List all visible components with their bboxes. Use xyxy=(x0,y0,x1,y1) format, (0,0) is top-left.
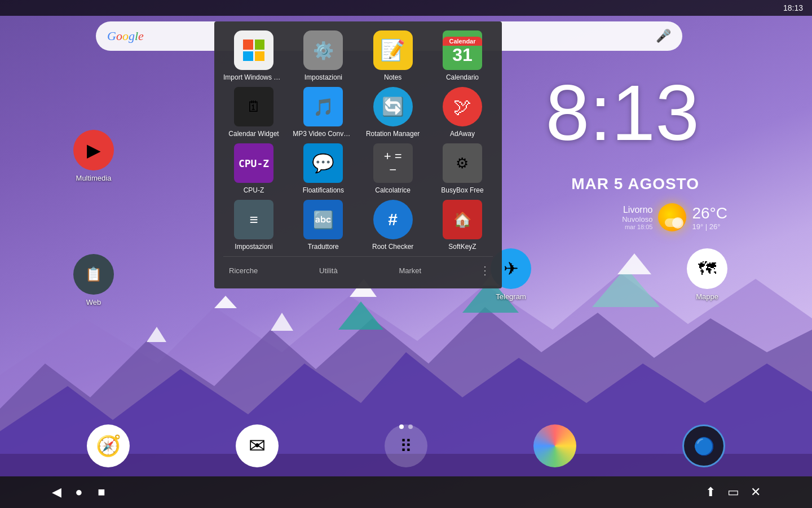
back-button[interactable]: ◀ xyxy=(45,481,68,503)
app-label-notes: Notes xyxy=(363,73,423,81)
share-button[interactable]: ⬆ xyxy=(699,481,722,503)
dock: 🧭 ✉ ⠿ 🔵 xyxy=(0,419,812,476)
apps-icon: ⠿ xyxy=(385,424,427,467)
impostazioni-1-icon: ⚙️ xyxy=(303,30,343,70)
app-traduttore[interactable]: 🔤 Traduttore xyxy=(293,200,354,251)
telegram-label: Telegram xyxy=(496,292,526,301)
footer-utilita[interactable]: Utilità xyxy=(314,264,343,277)
dock-wallpaper[interactable] xyxy=(533,424,576,471)
more-options-icon[interactable]: ⋮ xyxy=(477,261,493,279)
app-label-cpuz: CPU-Z xyxy=(223,186,284,194)
svg-marker-9 xyxy=(617,253,651,274)
app-label-rotation: Rotation Manager xyxy=(363,130,423,138)
app-row-3: CPU-Z CPU-Z 💬 Floatifications + = − Calc… xyxy=(223,143,493,194)
app-label-adaway: AdAway xyxy=(432,130,493,138)
cpuz-icon: CPU-Z xyxy=(234,143,273,183)
google-logo: Google xyxy=(107,29,144,43)
app-label-calendar-widget: Calendar Widget xyxy=(223,130,284,138)
impostazioni-2-icon: ≡ xyxy=(234,200,273,239)
weather-date-small: mar 18:05 xyxy=(625,224,653,230)
svg-marker-10 xyxy=(147,327,166,342)
app-cpuz[interactable]: CPU-Z CPU-Z xyxy=(223,143,284,194)
app-label-impostazioni-2: Impostazioni xyxy=(223,243,284,251)
traduttore-icon: 🔤 xyxy=(303,200,343,239)
weather-condition: Nuvoloso xyxy=(622,215,652,224)
clock-time: 8:13 xyxy=(546,73,699,152)
app-impostazioni-1[interactable]: ⚙️ Impostazioni xyxy=(293,30,354,81)
app-softkeyZ[interactable]: 🏠 SoftKeyZ xyxy=(432,200,493,251)
root-checker-icon: # xyxy=(373,200,413,239)
web-label: Web xyxy=(86,298,102,306)
rotation-icon: 🔄 xyxy=(373,87,413,126)
recent-button[interactable]: ■ xyxy=(90,481,113,503)
busybox-icon: ⚙ xyxy=(443,143,482,183)
date-display: MAR 5 AGOSTO xyxy=(571,175,699,193)
wallpaper-icon xyxy=(533,424,576,467)
dock-camera[interactable]: 🔵 xyxy=(682,424,725,471)
dock-gmail[interactable]: ✉ xyxy=(236,424,279,471)
mic-icon[interactable]: 🎤 xyxy=(656,29,671,43)
weather-widget: Livorno Nuvoloso mar 18:05 26°C 19° | 26… xyxy=(622,203,727,231)
gmail-icon: ✉ xyxy=(236,424,279,467)
home-button[interactable]: ● xyxy=(68,481,90,503)
footer-ricerche[interactable]: Ricerche xyxy=(223,264,263,277)
desktop-icon-multimedia[interactable]: ▶ Multimedia xyxy=(73,130,114,182)
nav-bar: ◀ ● ■ ⬆ ▭ ✕ xyxy=(0,476,812,508)
status-time: 18:13 xyxy=(783,3,803,12)
app-rotation[interactable]: 🔄 Rotation Manager xyxy=(363,87,423,138)
app-import-windows[interactable]: Import Windows Fil... xyxy=(223,30,284,81)
app-grid-popup: Import Windows Fil... ⚙️ Impostazioni 📝 … xyxy=(214,21,502,288)
weather-temp: 26°C xyxy=(692,204,727,222)
app-adaway[interactable]: 🕊 AdAway xyxy=(432,87,493,138)
date-text: MAR 5 AGOSTO xyxy=(571,175,699,193)
svg-marker-11 xyxy=(271,313,293,331)
maps-icon: 🗺 xyxy=(687,248,727,289)
app-notes[interactable]: 📝 Notes xyxy=(363,30,423,81)
app-impostazioni-2[interactable]: ≡ Impostazioni xyxy=(223,200,284,251)
popup-footer: Ricerche Utilità Market ⋮ xyxy=(223,256,493,279)
app-mp3[interactable]: 🎵 MP3 Video Convert... xyxy=(293,87,354,138)
dock-compass[interactable]: 🧭 xyxy=(87,424,130,471)
weather-icon xyxy=(658,203,686,231)
camera-icon: 🔵 xyxy=(682,424,725,467)
calendar-widget-icon: 🗓 xyxy=(234,87,273,126)
app-row-1: Import Windows Fil... ⚙️ Impostazioni 📝 … xyxy=(223,30,493,81)
app-label-import-windows: Import Windows Fil... xyxy=(223,73,284,81)
adaway-icon: 🕊 xyxy=(443,87,482,126)
app-label-softkeyZ: SoftKeyZ xyxy=(432,243,493,251)
app-label-root-checker: Root Checker xyxy=(363,243,423,251)
cast-button[interactable]: ▭ xyxy=(722,481,744,503)
app-label-floatifications: Floatifications xyxy=(293,186,354,194)
footer-market[interactable]: Market xyxy=(393,264,427,277)
desktop-icon-web[interactable]: 📋 Web xyxy=(73,254,114,306)
desktop-icon-maps[interactable]: 🗺 Mappe xyxy=(687,248,727,301)
floatifications-icon: 💬 xyxy=(303,143,343,183)
app-label-calcolatrice: Calcolatrice xyxy=(363,186,423,194)
app-floatifications[interactable]: 💬 Floatifications xyxy=(293,143,354,194)
weather-range: 19° | 26° xyxy=(692,222,727,231)
app-label-mp3: MP3 Video Convert... xyxy=(293,130,354,138)
app-label-impostazioni-1: Impostazioni xyxy=(293,73,354,81)
maps-label: Mappe xyxy=(696,292,718,301)
app-label-traduttore: Traduttore xyxy=(293,243,354,251)
calendario-icon: Calendar 31 xyxy=(443,30,482,70)
status-bar: 18:13 xyxy=(0,0,812,16)
app-label-calendario: Calendario xyxy=(432,73,493,81)
compass-icon: 🧭 xyxy=(87,424,130,467)
app-row-2: 🗓 Calendar Widget 🎵 MP3 Video Convert...… xyxy=(223,87,493,138)
app-calcolatrice[interactable]: + = − Calcolatrice xyxy=(363,143,423,194)
app-row-4: ≡ Impostazioni 🔤 Traduttore # Root Check… xyxy=(223,200,493,251)
calcolatrice-icon: + = − xyxy=(373,143,413,183)
app-calendario[interactable]: Calendar 31 Calendario xyxy=(432,30,493,81)
web-icon: 📋 xyxy=(73,254,114,295)
app-busybox[interactable]: ⚙ BusyBox Free xyxy=(432,143,493,194)
multimedia-label: Multimedia xyxy=(76,174,112,182)
dock-apps[interactable]: ⠿ xyxy=(385,424,427,471)
big-clock: 8:13 xyxy=(546,73,699,152)
import-windows-icon xyxy=(234,30,273,70)
mp3-icon: 🎵 xyxy=(303,87,343,126)
app-calendar-widget[interactable]: 🗓 Calendar Widget xyxy=(223,87,284,138)
close-button[interactable]: ✕ xyxy=(744,481,767,503)
app-root-checker[interactable]: # Root Checker xyxy=(363,200,423,251)
svg-marker-6 xyxy=(214,296,237,308)
